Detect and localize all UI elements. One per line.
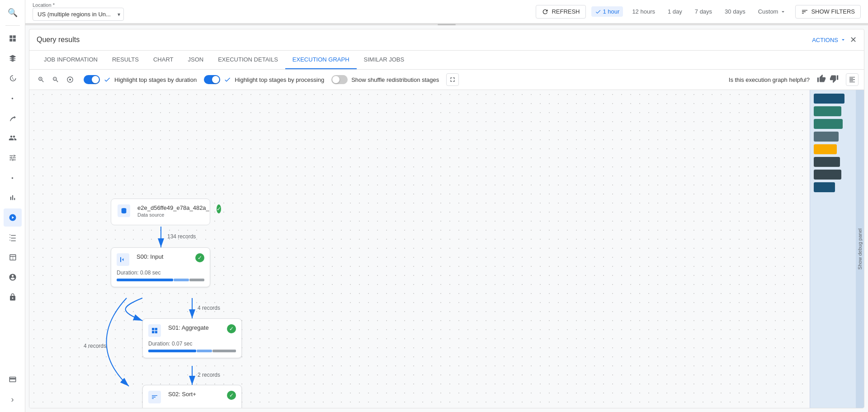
tab-results-label: RESULTS — [112, 56, 139, 63]
s00-duration: Duration: 0.08 sec — [117, 270, 204, 276]
tab-execution-graph-label: EXECUTION GRAPH — [292, 56, 349, 63]
chart-bar-icon[interactable] — [4, 189, 22, 207]
zoom-out-button[interactable] — [49, 73, 62, 86]
tab-similar-jobs-label: SIMILAR JOBS — [364, 56, 405, 63]
debug-bar-3 — [814, 119, 843, 129]
toggle-shuffle[interactable] — [331, 75, 348, 84]
s00-status: ✓ — [195, 253, 204, 262]
time-12hours-button[interactable]: 12 hours — [628, 6, 659, 17]
pipeline-icon[interactable] — [4, 109, 22, 127]
refresh-label: REFRESH — [552, 8, 580, 15]
time-1day-label: 1 day — [668, 8, 682, 15]
toggle-highlight-processing[interactable] — [204, 75, 220, 84]
tune-icon[interactable] — [4, 149, 22, 167]
debug-panel-collapse[interactable]: Show debug panel — [856, 90, 864, 408]
people-icon[interactable] — [4, 129, 22, 147]
time-custom-button[interactable]: Custom — [755, 6, 790, 17]
drag-handle[interactable] — [25, 24, 868, 25]
s00-title: S00: Input — [137, 253, 188, 261]
tab-execution-details[interactable]: EXECUTION DETAILS — [211, 51, 285, 69]
tab-chart[interactable]: CHART — [146, 51, 181, 69]
datasource-subtitle: Data source — [137, 212, 209, 218]
svg-text:2 records: 2 records — [198, 372, 220, 378]
s00-icon — [117, 253, 129, 266]
debug-panel: Show debug panel — [810, 90, 864, 408]
time-12hours-label: 12 hours — [632, 8, 655, 15]
debug-panel-toggle-button[interactable] — [846, 73, 859, 86]
s02-status: ✓ — [227, 391, 236, 400]
s02-icon — [148, 391, 161, 403]
node-s00[interactable]: S00: Input ✓ Duration: 0.08 sec — [111, 247, 210, 287]
debug-panel-bars — [810, 90, 856, 408]
svg-point-1 — [69, 79, 71, 81]
s00-progress — [117, 279, 204, 281]
graph-canvas[interactable]: 134 records 4 records 2 records 4 record… — [29, 90, 810, 408]
s01-icon — [148, 324, 161, 337]
location-section: Location * US (multiple regions in Un... — [33, 2, 124, 21]
debug-bar-4 — [814, 132, 839, 142]
sidebar: 🔍 ● ● — [0, 0, 25, 412]
actions-button[interactable]: ACTIONS — [812, 37, 846, 43]
tab-execution-graph[interactable]: EXECUTION GRAPH — [285, 51, 357, 69]
query-panel: Query results ACTIONS ✕ JOB INFORMATION … — [29, 29, 864, 408]
toggle-shuffle-group: Show shuffle redistribution stages — [331, 75, 439, 84]
refresh-button[interactable]: REFRESH — [536, 5, 585, 19]
tab-job-information-label: JOB INFORMATION — [44, 56, 98, 63]
dot-icon[interactable]: ● — [4, 169, 22, 187]
thumbup-button[interactable] — [817, 74, 826, 85]
layers-icon[interactable] — [4, 49, 22, 67]
time-1hour-label: 1 hour — [603, 8, 620, 15]
time-30days-button[interactable]: 30 days — [721, 6, 749, 17]
node-datasource[interactable]: e2e_d56ffe49_e78a_482a_ Data source ✓ — [111, 199, 210, 225]
toggle-highlight-duration[interactable] — [84, 75, 100, 84]
chevron-right-icon[interactable]: › — [4, 390, 22, 408]
svg-text:4 records: 4 records — [84, 343, 106, 349]
fullscreen-button[interactable] — [446, 73, 459, 86]
user-circle-icon[interactable] — [4, 268, 22, 286]
s01-duration: Duration: 0.07 sec — [148, 341, 236, 347]
s01-title: S01: Aggregate — [168, 324, 220, 332]
toggle-highlight-duration-group: Highlight top stages by duration — [84, 75, 197, 84]
node-s01[interactable]: S01: Aggregate ✓ Duration: 0.07 sec — [142, 318, 242, 358]
tab-json[interactable]: JSON — [180, 51, 211, 69]
toggle-highlight-processing-label: Highlight top stages by processing — [235, 76, 324, 83]
time-30days-label: 30 days — [725, 8, 745, 15]
show-filters-button[interactable]: SHOW FILTERS — [795, 5, 861, 19]
time-1day-button[interactable]: 1 day — [664, 6, 686, 17]
node-s02[interactable]: S02: Sort+ ✓ Duration: 0.05 sec — [142, 385, 242, 408]
tab-chart-label: CHART — [153, 56, 174, 63]
svg-text:134 records: 134 records — [167, 233, 196, 240]
history-icon[interactable] — [4, 69, 22, 87]
tab-job-information[interactable]: JOB INFORMATION — [37, 51, 105, 69]
debug-bar-8 — [814, 182, 835, 192]
time-1hour-button[interactable]: 1 hour — [591, 6, 623, 17]
debug-bar-2 — [814, 106, 841, 116]
debug-bar-7 — [814, 170, 841, 180]
search-icon[interactable]: 🔍 — [4, 4, 22, 22]
lock-icon[interactable] — [4, 288, 22, 306]
table-icon[interactable] — [4, 248, 22, 266]
location-label: Location * — [33, 2, 124, 8]
close-panel-button[interactable]: ✕ — [850, 35, 857, 45]
graph-area: 134 records 4 records 2 records 4 record… — [29, 90, 864, 408]
toggle-highlight-duration-label: Highlight top stages by duration — [114, 76, 197, 83]
show-filters-label: SHOW FILTERS — [811, 8, 855, 15]
zoom-reset-button[interactable] — [64, 73, 76, 86]
grid-list-icon[interactable] — [4, 228, 22, 246]
actions-label: ACTIONS — [812, 37, 838, 43]
tab-similar-jobs[interactable]: SIMILAR JOBS — [357, 51, 412, 69]
datasource-status: ✓ — [217, 204, 221, 213]
time-7days-button[interactable]: 7 days — [691, 6, 716, 17]
dot-small-icon[interactable]: ● — [4, 89, 22, 107]
toggle-shuffle-label: Show shuffle redistribution stages — [351, 76, 439, 83]
thumbdown-button[interactable] — [830, 74, 839, 85]
tab-results[interactable]: RESULTS — [105, 51, 146, 69]
add-card-icon[interactable] — [4, 370, 22, 388]
zoom-in-button[interactable] — [35, 73, 47, 86]
location-select[interactable]: US (multiple regions in Un... — [33, 8, 124, 21]
jobs-icon[interactable] — [4, 208, 22, 227]
debug-bar-6 — [814, 157, 840, 167]
query-panel-actions: ACTIONS ✕ — [812, 35, 857, 45]
dashboard-icon[interactable] — [4, 29, 22, 47]
check-icon — [104, 76, 111, 83]
